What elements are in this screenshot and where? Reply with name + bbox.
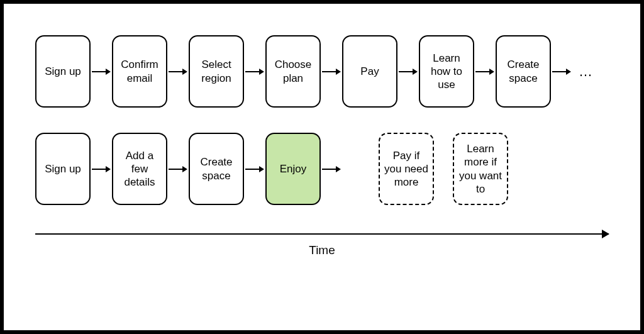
continuation-ellipsis: …	[579, 64, 594, 80]
arrow-icon	[245, 169, 264, 170]
timeline: Time	[35, 233, 609, 257]
arrow-icon	[169, 71, 187, 72]
arrow-icon	[322, 169, 341, 170]
arrow-icon	[92, 71, 111, 72]
step-label: Confirm email	[117, 58, 162, 85]
step-label: Enjoy	[280, 162, 307, 175]
flow-long: Sign up Confirm email Select region Choo…	[35, 35, 609, 108]
flow-short: Sign up Add a few details Create space E…	[35, 133, 609, 205]
arrow-icon	[92, 169, 111, 170]
step-box: Learn how to use	[419, 35, 474, 108]
step-box: Sign up	[35, 35, 91, 108]
step-label: Select region	[194, 58, 239, 85]
step-label: Learn more if you want to	[458, 142, 503, 196]
axis-label: Time	[309, 243, 335, 257]
step-box-optional: Learn more if you want to	[453, 133, 508, 205]
step-box: Create space	[496, 35, 551, 108]
step-box: Sign up	[35, 133, 91, 205]
arrow-icon	[322, 71, 341, 72]
arrow-icon	[245, 71, 264, 72]
step-label: Pay	[360, 65, 379, 78]
step-box: Add a few details	[112, 133, 167, 205]
step-box: Select region	[189, 35, 244, 108]
timeline-arrow-icon	[35, 233, 609, 235]
arrow-icon	[475, 71, 494, 72]
step-label: Create space	[501, 58, 546, 85]
step-box-highlight: Enjoy	[265, 133, 321, 205]
step-box-optional: Pay if you need more	[379, 133, 434, 205]
step-box: Choose plan	[265, 35, 321, 108]
step-label: Sign up	[45, 162, 81, 175]
step-label: Learn how to use	[424, 52, 469, 92]
arrow-icon	[552, 71, 571, 72]
step-box: Pay	[342, 35, 397, 108]
step-label: Pay if you need more	[384, 149, 429, 189]
step-label: Sign up	[45, 65, 81, 78]
arrow-icon	[399, 71, 418, 72]
step-label: Create space	[194, 155, 239, 182]
step-label: Choose plan	[270, 58, 316, 85]
arrow-icon	[169, 169, 187, 170]
step-label: Add a few details	[117, 149, 162, 189]
step-box: Create space	[189, 133, 244, 205]
step-box: Confirm email	[112, 35, 167, 108]
diagram-frame: Sign up Confirm email Select region Choo…	[0, 0, 644, 334]
